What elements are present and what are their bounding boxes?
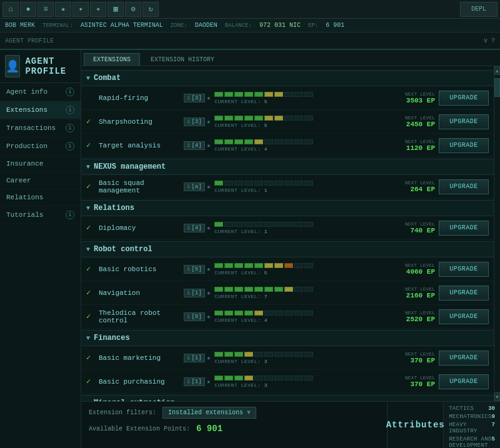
category-toggle-2[interactable]: ▼ [86,205,90,212]
next-ep-2-0: 740 EP [379,227,435,234]
category-header-2[interactable]: ▼ Relations [81,200,494,216]
depl-button[interactable]: DEPL [460,2,498,17]
ext-badge-3-1[interactable]: i [1] [184,289,205,297]
badge-i-1-0[interactable]: i [187,184,190,190]
sidebar-item-extensions[interactable]: Extensions i [0,101,81,119]
badge-i-3-2[interactable]: i [187,314,190,320]
category-toggle-0[interactable]: ▼ [86,75,90,82]
upgrade-btn-3-0[interactable]: UPGRADE [439,262,489,277]
upgrade-btn-0-1[interactable]: UPGRADE [439,114,489,129]
ext-badge-3-0[interactable]: i [5] [184,265,205,274]
badge-i-4-0[interactable]: i [187,355,190,361]
nav-profile-btn[interactable]: ● [20,2,36,17]
badge-i-2-0[interactable]: i [187,225,190,231]
upgrade-btn-0-0[interactable]: UPGRADE [439,91,489,106]
info-icon-extensions[interactable]: i [66,106,74,114]
star-icon-3-1[interactable]: ★ [207,289,211,297]
nav-refresh-btn[interactable]: ↻ [142,2,159,17]
tab-extension-history[interactable]: EXTENSION HISTORY [141,53,224,66]
nav-tools-btn[interactable]: ✦ [90,2,106,17]
prog-seg-3-0-5 [264,263,273,268]
nav-chart-btn[interactable]: ▦ [108,2,124,17]
star-icon-0-2[interactable]: ★ [207,141,211,149]
ext-badge-0-1[interactable]: i [3] [184,117,205,126]
next-ep-0-2: 1120 EP [379,144,435,152]
badge-i-4-1[interactable]: i [187,379,190,385]
upgrade-btn-4-1[interactable]: UPGRADE [439,374,489,389]
badge-i-3-0[interactable]: i [187,266,190,272]
nav-star-btn[interactable]: ★ [55,2,71,17]
ext-badge-0-0[interactable]: i [3] [184,94,205,102]
category-toggle-1[interactable]: ▼ [86,164,90,171]
prog-seg-0-0-0 [214,92,223,97]
upgrade-btn-0-2[interactable]: UPGRADE [439,138,489,153]
upgrade-btn-4-0[interactable]: UPGRADE [439,351,489,366]
scroll-down-btn[interactable]: ▼ [494,392,500,401]
info-icon-transactions[interactable]: i [66,124,74,132]
ext-badge-0-2[interactable]: i [4] [184,141,205,150]
ext-badge-4-1[interactable]: i [1] [184,377,205,386]
prog-seg-3-0-0 [214,263,223,268]
sidebar-item-relations[interactable]: Relations [0,189,81,206]
sidebar-item-tutorials[interactable]: Tutorials i [0,206,81,224]
ext-badge-3-2[interactable]: i [9] [184,312,205,321]
badge-i-3-1[interactable]: i [187,290,190,296]
category-header-0[interactable]: ▼ Combat [81,70,494,86]
star-icon-2-0[interactable]: ★ [207,224,211,232]
category-header-1[interactable]: ▼ NEXUS management [81,159,494,175]
category-header-5[interactable]: ▼ Mineral extraction [81,395,494,401]
prog-seg-3-0-6 [274,263,283,268]
ext-controls-0-1: i [3]★ [184,117,211,126]
category-header-3[interactable]: ▼ Robot control [81,241,494,257]
nav-home-btn[interactable]: ⌂ [2,2,19,17]
filter-row: Extension filters: Installed extensions … [89,407,379,419]
ext-badge-2-0[interactable]: i [4] [184,224,205,232]
sidebar-item-production[interactable]: Production i [0,137,81,156]
star-icon-0-1[interactable]: ★ [207,117,211,126]
tab-extensions[interactable]: EXTENSIONS [84,53,140,66]
progress-row-4-1 [214,376,375,381]
upgrade-btn-2-0[interactable]: UPGRADE [439,221,489,236]
ext-controls-4-1: i [1]★ [184,377,211,386]
upgrade-btn-3-1[interactable]: UPGRADE [439,286,489,301]
star-icon-0-0[interactable]: ★ [207,94,211,102]
sidebar-item-agent-info[interactable]: Agent info i [0,83,81,101]
star-icon-1-0[interactable]: ★ [207,182,211,191]
ext-row-3-2: ✓Thelodica robot controli [9]★CURRENT LE… [81,305,494,329]
sidebar-item-insurance[interactable]: Insurance [0,156,81,172]
upgrade-btn-3-2[interactable]: UPGRADE [439,309,489,324]
badge-i-0-0[interactable]: i [187,95,190,101]
scroll-up-btn[interactable]: ▲ [494,66,500,75]
star-icon-3-0[interactable]: ★ [207,265,211,273]
ext-badge-1-0[interactable]: i [a] [184,182,205,191]
upgrade-btn-1-0[interactable]: UPGRADE [439,179,489,194]
sidebar-item-career[interactable]: Career [0,172,81,189]
badge-i-0-2[interactable]: i [187,142,190,149]
nav-gear-btn[interactable]: ⚙ [125,2,141,17]
ext-controls-0-2: i [4]★ [184,141,211,150]
info-icon-agent-info[interactable]: i [66,87,74,96]
ext-name-2-0: Diplomacy [99,224,180,232]
nav-star2-btn[interactable]: ✦ [72,2,89,17]
scroll-thumb[interactable] [494,78,500,97]
ext-badge-4-0[interactable]: i [1] [184,354,205,362]
main-layout: 👤 AGENT PROFILE Agent info i Extensions … [0,50,500,448]
star-icon-4-0[interactable]: ★ [207,354,211,362]
category-header-4[interactable]: ▼ Finances [81,330,494,346]
filter-dropdown[interactable]: Installed extensions ▼ [162,407,256,419]
nav-list-btn[interactable]: ≡ [38,2,54,17]
current-level-4-1: CURRENT LEVEL: 3 [214,382,375,388]
star-icon-3-2[interactable]: ★ [207,312,211,321]
ext-name-0-2: Target analysis [99,142,180,149]
next-label-3-0: NEXT LEVEL [379,262,435,268]
info-icon-tutorials[interactable]: i [66,211,74,219]
sidebar-label-transactions: Transactions [6,124,56,132]
badge-i-0-1[interactable]: i [187,119,190,125]
scrollbar[interactable]: ▲ ▼ [494,66,500,401]
next-label-3-1: NEXT LEVEL [379,286,435,292]
star-icon-4-1[interactable]: ★ [207,377,211,386]
category-toggle-3[interactable]: ▼ [86,246,90,253]
category-toggle-4[interactable]: ▼ [86,335,90,342]
sidebar-item-transactions[interactable]: Transactions i [0,119,81,137]
info-icon-production[interactable]: i [66,142,74,151]
